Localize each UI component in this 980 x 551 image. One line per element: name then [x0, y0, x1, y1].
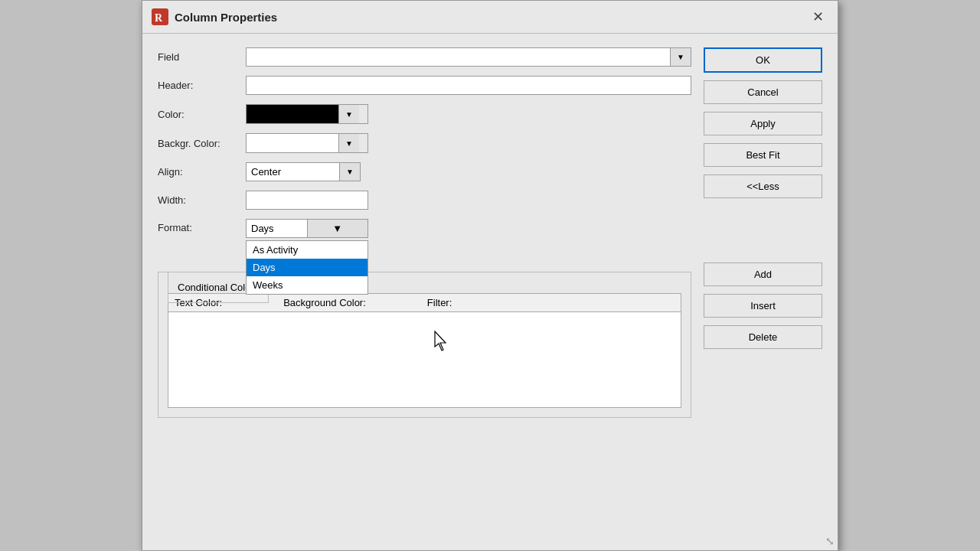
- header-input[interactable]: Duration: [246, 76, 691, 95]
- dialog-body: Field Duration ▼ Header: Duration Color:…: [142, 34, 838, 262]
- color-label: Color:: [158, 109, 246, 120]
- format-option-weeks[interactable]: Weeks: [247, 276, 368, 294]
- format-container: Days ▼ As Activity Days Weeks: [246, 219, 368, 238]
- ok-button[interactable]: OK: [704, 47, 822, 73]
- svg-text:R: R: [155, 12, 163, 24]
- width-label: Width:: [158, 194, 246, 206]
- column-properties-dialog: R Column Properties ✕ Field Duration ▼ H…: [142, 0, 838, 551]
- bgcolor-swatch: [247, 134, 338, 152]
- insert-button[interactable]: Insert: [704, 294, 822, 318]
- field-dropdown[interactable]: Duration ▼: [246, 47, 691, 67]
- title-bar-left: R Column Properties: [152, 8, 277, 25]
- col-filter: Filter:: [427, 297, 452, 308]
- align-label: Align:: [158, 166, 246, 178]
- format-dropdown-arrow[interactable]: ▼: [307, 220, 368, 237]
- conditional-colors-group: Conditional Colors Text Color: Backgroun…: [158, 272, 691, 418]
- color-swatch: [247, 105, 338, 123]
- format-option-days[interactable]: Days: [247, 259, 368, 276]
- align-dropdown[interactable]: Center Left Right ▼: [246, 162, 361, 181]
- header-label: Header:: [158, 80, 246, 91]
- title-bar: R Column Properties ✕: [142, 1, 838, 34]
- color-control[interactable]: ▼: [246, 104, 368, 124]
- left-panel: Field Duration ▼ Header: Duration Color:…: [158, 47, 691, 247]
- bgcolor-dropdown-arrow[interactable]: ▼: [338, 134, 359, 152]
- app-icon: R: [152, 8, 168, 25]
- align-select[interactable]: Center Left Right: [247, 163, 339, 181]
- header-row: Header: Duration: [158, 76, 691, 95]
- conditional-colors-section: Conditional Colors Text Color: Backgroun…: [158, 262, 691, 418]
- format-value: Days: [247, 220, 307, 237]
- header-control: Duration: [246, 76, 691, 95]
- close-button[interactable]: ✕: [808, 8, 828, 25]
- delete-button[interactable]: Delete: [704, 325, 822, 349]
- align-dropdown-arrow[interactable]: ▼: [339, 163, 360, 181]
- width-row: Width: 44: [158, 191, 691, 210]
- col-background-color: Background Color:: [283, 297, 366, 308]
- right-panel: OK Cancel Apply Best Fit <<Less: [704, 47, 822, 247]
- width-input[interactable]: 44: [246, 191, 368, 210]
- format-row: Format: Days ▼ As Activity Days Weeks: [158, 219, 691, 238]
- bgcolor-label: Backgr. Color:: [158, 138, 246, 149]
- format-label: Format:: [158, 219, 246, 233]
- field-dropdown-arrow[interactable]: ▼: [670, 48, 691, 66]
- align-row: Align: Center Left Right ▼: [158, 162, 691, 181]
- field-input[interactable]: Duration: [247, 48, 670, 66]
- less-button[interactable]: <<Less: [704, 174, 822, 198]
- best-fit-button[interactable]: Best Fit: [704, 143, 822, 167]
- conditional-colors-table: Text Color: Background Color: Filter:: [168, 293, 681, 408]
- add-button[interactable]: Add: [704, 262, 822, 286]
- apply-button[interactable]: Apply: [704, 112, 822, 135]
- format-option-as-activity[interactable]: As Activity: [247, 241, 368, 259]
- bottom-right-panel: Add Insert Delete: [704, 262, 822, 418]
- color-row: Color: ▼: [158, 104, 691, 124]
- bgcolor-row: Backgr. Color: ▼: [158, 133, 691, 153]
- resize-handle[interactable]: ⤡: [825, 535, 835, 547]
- cancel-button[interactable]: Cancel: [704, 80, 822, 104]
- color-dropdown-arrow[interactable]: ▼: [338, 105, 359, 123]
- dialog-title: Column Properties: [175, 11, 277, 24]
- field-label: Field: [158, 51, 246, 63]
- format-dropdown-list: As Activity Days Weeks: [246, 240, 368, 295]
- format-dropdown[interactable]: Days ▼: [246, 219, 368, 238]
- field-row: Field Duration ▼: [158, 47, 691, 67]
- bgcolor-control[interactable]: ▼: [246, 133, 368, 153]
